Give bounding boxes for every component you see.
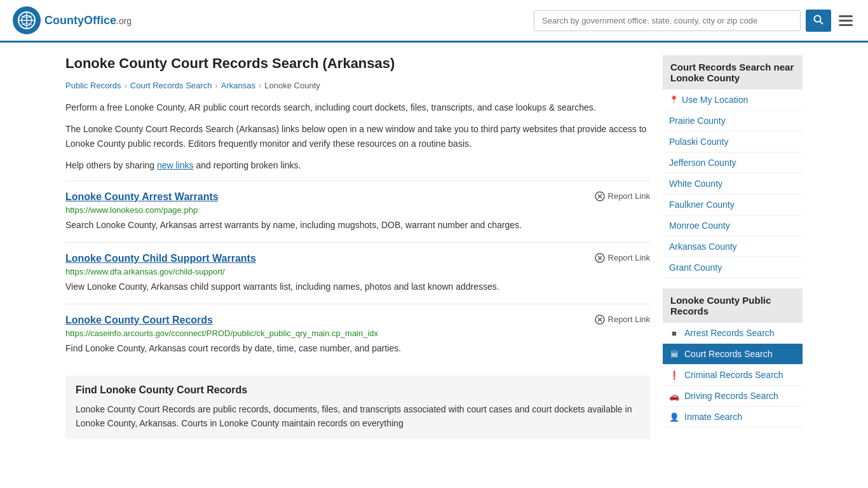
- breadcrumb-arkansas[interactable]: Arkansas: [221, 81, 255, 90]
- report-icon-2: [595, 315, 605, 325]
- report-label-2: Report Link: [608, 315, 650, 324]
- search-area: [534, 10, 855, 32]
- location-pin-icon: 📍: [669, 95, 679, 104]
- driving-records-icon: 🚗: [669, 391, 679, 401]
- nearby-prairie-county[interactable]: Prairie County: [663, 111, 803, 132]
- report-icon-1: [595, 253, 605, 263]
- nearby-section: Court Records Search near Lonoke County …: [663, 55, 803, 278]
- monroe-county-link[interactable]: Monroe County: [669, 220, 730, 231]
- breadcrumb-court-records[interactable]: Court Records Search: [130, 81, 212, 90]
- main-content: Lonoke County Court Records Search (Arka…: [65, 55, 650, 439]
- court-records-link[interactable]: Court Records Search: [684, 349, 773, 359]
- page-title: Lonoke County Court Records Search (Arka…: [65, 55, 650, 72]
- report-label-1: Report Link: [608, 253, 650, 262]
- jefferson-county-link[interactable]: Jefferson County: [669, 158, 736, 168]
- pr-arrest-records[interactable]: ■ Arrest Records Search: [663, 323, 803, 344]
- result-header-2: Lonoke County Court Records Report Link: [65, 315, 650, 326]
- new-links-link[interactable]: new links: [157, 160, 194, 170]
- result-item-2: Lonoke County Court Records Report Link …: [65, 304, 650, 365]
- hamburger-menu-button[interactable]: [836, 13, 855, 29]
- pr-court-records[interactable]: 🏛 Court Records Search: [663, 344, 803, 365]
- find-section-text: Lonoke County Court Records are public r…: [76, 402, 640, 431]
- result-item-1: Lonoke County Child Support Warrants Rep…: [65, 242, 650, 304]
- report-link-1[interactable]: Report Link: [595, 253, 650, 263]
- public-records-heading: Lonoke County Public Records: [663, 288, 803, 323]
- search-button[interactable]: [806, 10, 831, 32]
- result-url-0: https://www.lonokeso.com/page.php: [65, 205, 650, 215]
- nearby-grant-county[interactable]: Grant County: [663, 257, 803, 278]
- arkansas-county-link[interactable]: Arkansas County: [669, 241, 737, 252]
- nearby-monroe-county[interactable]: Monroe County: [663, 215, 803, 236]
- result-item-0: Lonoke County Arrest Warrants Report Lin…: [65, 180, 650, 242]
- result-desc-1: View Lonoke County, Arkansas child suppo…: [65, 280, 650, 294]
- breadcrumb-public-records[interactable]: Public Records: [65, 81, 121, 90]
- sidebar: Court Records Search near Lonoke County …: [663, 55, 803, 439]
- use-my-location[interactable]: 📍 Use My Location: [663, 90, 803, 111]
- result-title-1: Lonoke County Child Support Warrants: [65, 253, 256, 264]
- nearby-faulkner-county[interactable]: Faulkner County: [663, 194, 803, 215]
- svg-point-4: [815, 15, 821, 22]
- result-title-link-1[interactable]: Lonoke County Child Support Warrants: [65, 253, 256, 264]
- content-wrapper: Lonoke County Court Records Search (Arka…: [53, 43, 815, 452]
- prairie-county-link[interactable]: Prairie County: [669, 116, 726, 126]
- criminal-records-icon: ❗: [669, 370, 679, 380]
- pr-inmate-search[interactable]: 👤 Inmate Search: [663, 407, 803, 428]
- breadcrumb-sep-3: ›: [259, 81, 261, 90]
- result-title-link-0[interactable]: Lonoke County Arrest Warrants: [65, 191, 219, 202]
- nearby-arkansas-county[interactable]: Arkansas County: [663, 236, 803, 257]
- breadcrumb: Public Records › Court Records Search › …: [65, 81, 650, 90]
- intro-paragraph-2: The Lonoke County Court Records Search (…: [65, 122, 650, 151]
- pr-driving-records[interactable]: 🚗 Driving Records Search: [663, 386, 803, 407]
- arrest-records-icon: ■: [669, 329, 679, 338]
- intro3-pre-text: Help others by sharing: [65, 160, 157, 170]
- pulaski-county-link[interactable]: Pulaski County: [669, 137, 728, 147]
- public-records-section: Lonoke County Public Records ■ Arrest Re…: [663, 288, 803, 428]
- site-header: CountyOffice.org: [0, 0, 868, 43]
- nearby-white-county[interactable]: White County: [663, 173, 803, 194]
- result-url-2: https://caseinfo.arcourts.gov/cconnect/P…: [65, 329, 650, 338]
- result-url-1: https://www.dfa.arkansas.gov/child-suppo…: [65, 267, 650, 276]
- report-label-0: Report Link: [608, 191, 650, 201]
- breadcrumb-sep-1: ›: [124, 81, 126, 90]
- result-header-0: Lonoke County Arrest Warrants Report Lin…: [65, 191, 650, 203]
- result-desc-2: Find Lonoke County, Arkansas court recor…: [65, 342, 650, 355]
- criminal-records-link[interactable]: Criminal Records Search: [684, 370, 783, 380]
- logo-text[interactable]: CountyOffice.org: [44, 14, 132, 27]
- faulkner-county-link[interactable]: Faulkner County: [669, 200, 735, 210]
- breadcrumb-sep-2: ›: [215, 81, 217, 90]
- logo-area: CountyOffice.org: [13, 6, 132, 34]
- use-location-link[interactable]: Use My Location: [682, 95, 748, 105]
- breadcrumb-current: Lonoke County: [264, 81, 320, 90]
- driving-records-link[interactable]: Driving Records Search: [684, 391, 778, 401]
- find-section: Find Lonoke County Court Records Lonoke …: [65, 376, 650, 440]
- svg-line-5: [820, 21, 824, 24]
- report-link-2[interactable]: Report Link: [595, 315, 650, 325]
- result-title-0: Lonoke County Arrest Warrants: [65, 191, 219, 203]
- pr-criminal-records[interactable]: ❗ Criminal Records Search: [663, 365, 803, 386]
- nearby-pulaski-county[interactable]: Pulaski County: [663, 132, 803, 152]
- result-header-1: Lonoke County Child Support Warrants Rep…: [65, 253, 650, 264]
- report-link-0[interactable]: Report Link: [595, 191, 650, 201]
- report-icon-0: [595, 191, 605, 201]
- find-section-heading: Find Lonoke County Court Records: [76, 384, 640, 396]
- inmate-search-icon: 👤: [669, 412, 679, 422]
- court-records-icon: 🏛: [669, 349, 679, 359]
- intro3-post-text: and reporting broken links.: [194, 160, 301, 170]
- search-input[interactable]: [534, 10, 801, 31]
- intro-paragraph-3: Help others by sharing new links and rep…: [65, 158, 650, 172]
- inmate-search-link[interactable]: Inmate Search: [684, 412, 742, 422]
- result-title-2: Lonoke County Court Records: [65, 315, 213, 326]
- result-title-link-2[interactable]: Lonoke County Court Records: [65, 315, 213, 325]
- white-county-link[interactable]: White County: [669, 179, 722, 189]
- nearby-jefferson-county[interactable]: Jefferson County: [663, 152, 803, 173]
- result-desc-0: Search Lonoke County, Arkansas arrest wa…: [65, 219, 650, 232]
- logo-icon: [13, 6, 41, 34]
- arrest-records-link[interactable]: Arrest Records Search: [684, 328, 775, 338]
- nearby-heading: Court Records Search near Lonoke County: [663, 55, 803, 90]
- intro-paragraph-1: Perform a free Lonoke County, AR public …: [65, 100, 650, 114]
- grant-county-link[interactable]: Grant County: [669, 262, 722, 273]
